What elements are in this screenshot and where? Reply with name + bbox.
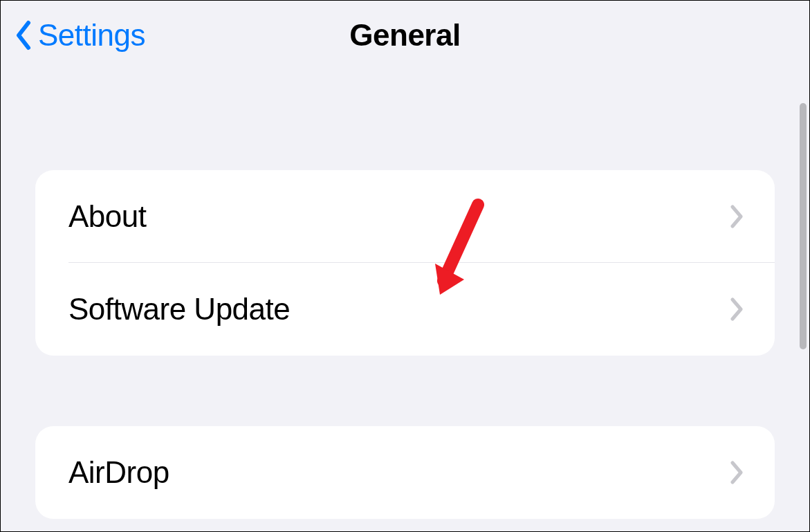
page-title: General [349, 18, 460, 53]
list-item-airdrop[interactable]: AirDrop [35, 426, 775, 519]
list-item-label: Software Update [68, 292, 290, 327]
list-group: About Software Update [35, 170, 775, 356]
list-item-label: About [68, 199, 146, 234]
chevron-left-icon [15, 20, 33, 51]
back-label: Settings [38, 18, 145, 53]
chevron-right-icon [729, 204, 746, 229]
chevron-right-icon [729, 297, 746, 322]
scrollbar[interactable] [800, 103, 807, 349]
list-group: AirDrop [35, 426, 775, 519]
navigation-bar: Settings General [1, 1, 809, 70]
list-item-about[interactable]: About [35, 170, 775, 263]
chevron-right-icon [729, 460, 746, 485]
back-button[interactable]: Settings [15, 18, 145, 53]
list-item-software-update[interactable]: Software Update [35, 263, 775, 356]
content-area: About Software Update AirDrop [1, 170, 809, 519]
list-item-label: AirDrop [68, 455, 169, 490]
